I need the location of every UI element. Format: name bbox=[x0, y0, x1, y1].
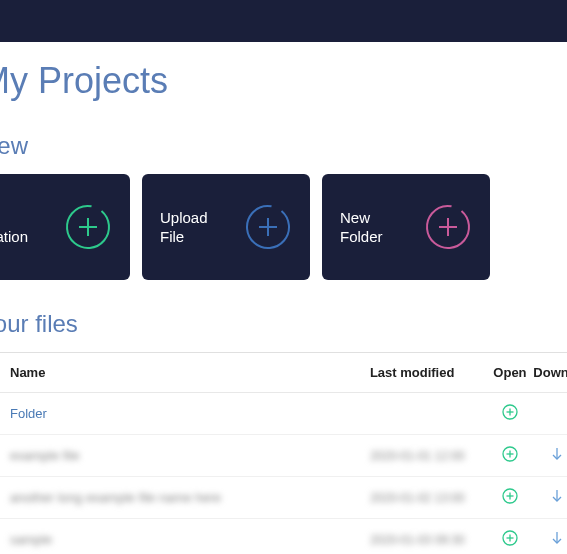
col-header-modified: Last modified bbox=[370, 365, 487, 380]
upload-file-card[interactable]: UploadFile bbox=[142, 174, 310, 280]
files-table: Name Last modified Open Down Folderexamp… bbox=[0, 352, 567, 554]
new-simulation-label: NewSimulation bbox=[0, 208, 64, 247]
section-new-header: New bbox=[0, 132, 567, 160]
action-cards-row: NewSimulation UploadFile NewFolder bbox=[0, 174, 567, 280]
file-name-link[interactable]: sample bbox=[10, 532, 370, 547]
new-folder-card[interactable]: NewFolder bbox=[322, 174, 490, 280]
plus-icon bbox=[424, 203, 472, 251]
file-name-link[interactable]: Folder bbox=[10, 406, 370, 421]
section-files-header: Your files bbox=[0, 310, 567, 338]
page-title: My Projects bbox=[0, 42, 567, 102]
upload-file-label: UploadFile bbox=[160, 208, 244, 247]
open-cell bbox=[487, 488, 534, 507]
file-name-link[interactable]: example file bbox=[10, 448, 370, 463]
top-bar bbox=[0, 0, 567, 42]
col-header-name: Name bbox=[10, 365, 370, 380]
file-name-link[interactable]: another long example file name here bbox=[10, 490, 370, 505]
table-row: another long example file name here2020-… bbox=[0, 477, 567, 519]
open-plus-icon[interactable] bbox=[502, 404, 518, 420]
download-cell bbox=[533, 488, 567, 507]
download-cell bbox=[533, 530, 567, 549]
open-cell bbox=[487, 404, 534, 423]
plus-icon bbox=[244, 203, 292, 251]
new-simulation-card[interactable]: NewSimulation bbox=[0, 174, 130, 280]
table-row: example file2020-01-01 12:00 bbox=[0, 435, 567, 477]
new-folder-label: NewFolder bbox=[340, 208, 424, 247]
file-modified: 2020-01-03 09:30 bbox=[370, 533, 487, 547]
plus-icon bbox=[64, 203, 112, 251]
table-header: Name Last modified Open Down bbox=[0, 353, 567, 393]
download-arrow-icon[interactable] bbox=[549, 446, 565, 462]
open-plus-icon[interactable] bbox=[502, 530, 518, 546]
col-header-download: Down bbox=[533, 365, 567, 380]
file-modified: 2020-01-01 12:00 bbox=[370, 449, 487, 463]
download-arrow-icon[interactable] bbox=[549, 530, 565, 546]
col-header-open: Open bbox=[487, 365, 534, 380]
open-cell bbox=[487, 530, 534, 549]
open-plus-icon[interactable] bbox=[502, 446, 518, 462]
download-cell bbox=[533, 446, 567, 465]
table-row: sample2020-01-03 09:30 bbox=[0, 519, 567, 554]
table-row: Folder bbox=[0, 393, 567, 435]
file-modified: 2020-01-02 13:00 bbox=[370, 491, 487, 505]
open-cell bbox=[487, 446, 534, 465]
open-plus-icon[interactable] bbox=[502, 488, 518, 504]
download-arrow-icon[interactable] bbox=[549, 488, 565, 504]
